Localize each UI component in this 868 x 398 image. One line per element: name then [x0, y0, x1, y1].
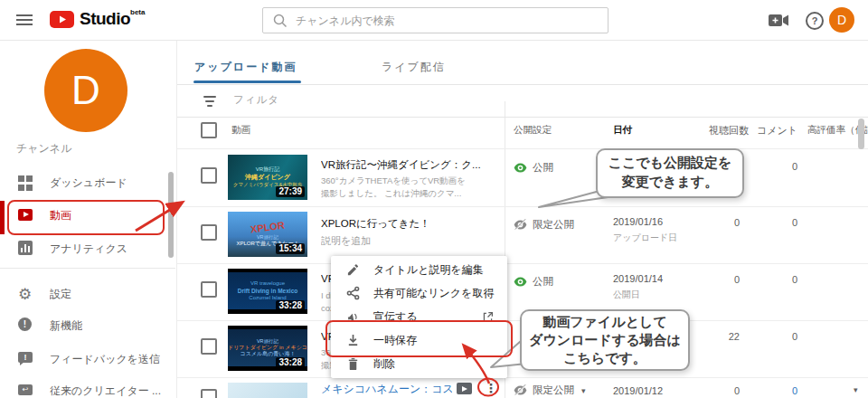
beta-label: beta — [130, 8, 145, 16]
comments-count: 0 — [745, 274, 797, 285]
video-thumbnail[interactable]: VR旅行記 沖縄ダイビング クマノミパラダイス&水中散歩 27:39 — [228, 155, 307, 200]
views-count: 0 — [687, 385, 740, 396]
scrollbar-thumb[interactable] — [858, 118, 864, 149]
video-thumbnail[interactable] — [228, 383, 307, 398]
duration-badge: 15:34 — [276, 243, 305, 255]
row-checkbox[interactable] — [201, 281, 217, 298]
menu-item-get-shareable-link[interactable]: 共有可能なリンクを取得 — [331, 281, 507, 305]
channel-avatar[interactable]: D — [44, 49, 127, 132]
visibility-dropdown-caret[interactable]: ▾ — [581, 386, 586, 395]
filter-input-label[interactable]: フィルタ — [233, 93, 279, 107]
classic-creator-icon: ↩ — [18, 383, 34, 398]
header-visibility: 公開設定 — [514, 124, 552, 137]
sidebar-divider — [0, 268, 175, 269]
search-icon — [273, 14, 288, 28]
youtube-studio-app: 動画 公開設定 日付 視聴回数 コメント 高評価率（低評価との比較） VR旅行記… — [0, 0, 868, 398]
topbar: Studio beta ? D — [0, 0, 868, 41]
row-expand-caret[interactable]: ▾ — [854, 385, 858, 394]
sidebar-item-send-feedback[interactable]: ! フィードバックを送信 — [0, 346, 176, 372]
eye-unlisted-icon — [514, 219, 527, 231]
video-thumbnail[interactable]: VR旅行記 ドリフトダイビング in メキシコ コスメル島の青い海！ 33:28 — [228, 326, 307, 371]
visibility-unlisted[interactable]: 限定公開 ▾ — [514, 384, 586, 397]
channel-section-label: チャンネル — [16, 141, 71, 156]
feedback-icon: ! — [18, 351, 34, 367]
active-item-indicator — [0, 201, 5, 234]
sidebar-item-classic-creator[interactable]: ↩ 従来のクリエイター ... — [0, 378, 176, 398]
header-comments[interactable]: コメント — [745, 124, 797, 137]
video-title[interactable]: メキシコハネムーン：コスメル — [321, 382, 452, 397]
row-checkbox[interactable] — [201, 224, 217, 241]
pencil-icon — [346, 263, 360, 277]
video-title[interactable]: XPLORに行ってきた！ — [321, 217, 430, 231]
hamburger-menu-icon[interactable] — [16, 14, 33, 25]
channel-search[interactable] — [262, 7, 609, 33]
comments-count: 0 — [745, 331, 797, 342]
eye-public-icon — [514, 277, 527, 287]
video-thumbnail[interactable]: XPLOR VR旅行記 XPLORで遊んできたー！ 15:34 — [228, 212, 307, 257]
callout-visibility-note: ここでも公開設定を 変更できます。 — [596, 148, 744, 198]
eye-public-icon — [514, 163, 527, 173]
video-title[interactable]: VR旅行記〜沖縄ダイビング：ク... — [321, 158, 481, 172]
analytics-icon — [18, 241, 34, 257]
sidebar-item-dashboard[interactable]: ダッシュボード — [0, 170, 176, 195]
create-video-icon[interactable] — [769, 14, 789, 27]
views-count: 22 — [687, 331, 740, 342]
date: 2019/01/14 — [613, 273, 663, 284]
youtube-logo-icon[interactable] — [50, 11, 74, 28]
eye-unlisted-icon — [514, 384, 527, 396]
video-context-menu: タイトルと説明を編集 共有可能なリンクを取得 宣伝する 一時保存 削除 — [331, 256, 507, 378]
filter-divider — [176, 117, 868, 118]
sidebar-item-settings[interactable]: ⚙ 設定 — [0, 281, 176, 307]
play-on-youtube-icon[interactable] — [457, 383, 472, 394]
date: 2019/01/16 — [613, 216, 663, 227]
sidebar-item-new-features[interactable]: ! 新機能 — [0, 313, 176, 338]
duration-badge: 33:28 — [276, 357, 305, 369]
header-date[interactable]: 日付 — [613, 124, 632, 137]
views-count: 0 — [687, 217, 740, 228]
row-checkbox[interactable] — [201, 338, 217, 355]
tab-uploads[interactable]: アップロード動画 — [194, 60, 297, 75]
dashboard-icon — [18, 175, 34, 192]
share-icon — [346, 286, 360, 300]
add-description-link[interactable]: 説明を追加 — [321, 234, 371, 248]
comments-count-link[interactable]: 0 — [745, 385, 797, 396]
callout-download-note: 動画ファイルとして ダウンロードする場合は こちらです。 — [520, 309, 690, 371]
active-tab-underline — [193, 81, 301, 83]
filter-icon[interactable] — [203, 96, 216, 109]
duration-badge: 27:39 — [276, 186, 305, 198]
comments-count: 0 — [745, 217, 797, 228]
comments-count: 0 — [745, 161, 797, 172]
visibility-unlisted[interactable]: 限定公開 — [514, 218, 574, 232]
row-checkbox[interactable] — [201, 167, 217, 184]
gear-icon: ⚙ — [18, 286, 34, 302]
sidebar-scrollbar-thumb[interactable] — [168, 172, 174, 258]
new-features-icon: ! — [18, 317, 34, 334]
video-thumbnail[interactable]: VR travelogue Drift Diving in Mexico Coz… — [228, 269, 307, 314]
header-video: 動画 — [231, 124, 250, 137]
account-avatar[interactable]: D — [829, 7, 854, 33]
select-all-checkbox[interactable] — [201, 122, 217, 138]
annotation-box-videos — [7, 200, 165, 235]
search-input[interactable] — [294, 9, 596, 32]
row-checkbox[interactable] — [201, 389, 217, 398]
visibility-public[interactable]: 公開 — [514, 161, 553, 175]
visibility-public[interactable]: 公開 — [514, 275, 553, 289]
trash-icon — [346, 357, 360, 371]
duration-badge: 33:28 — [276, 300, 305, 312]
annotation-box-save-offline — [326, 320, 513, 357]
views-count: 0 — [687, 274, 740, 285]
tab-live[interactable]: ライブ配信 — [382, 60, 446, 75]
studio-brand[interactable]: Studio — [80, 9, 130, 29]
sidebar-item-analytics[interactable]: アナリティクス — [0, 236, 176, 261]
menu-item-edit-title[interactable]: タイトルと説明を編集 — [331, 258, 507, 281]
header-views[interactable]: 視聴回数 — [696, 124, 749, 137]
date: 2019/01/12 — [613, 385, 663, 396]
tabs-divider — [176, 84, 868, 85]
help-icon[interactable]: ? — [806, 12, 824, 30]
kebab-menu-icon[interactable]: ⋮ — [485, 381, 497, 395]
